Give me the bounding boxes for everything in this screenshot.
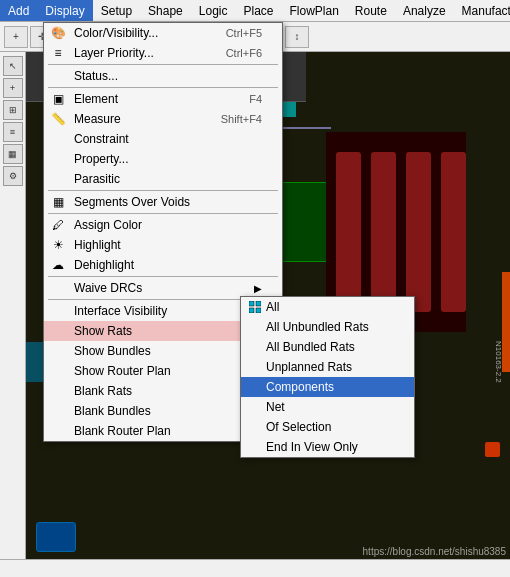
svg-rect-1 — [256, 301, 261, 306]
segments-icon: ▦ — [48, 195, 68, 209]
menubar-flowplan[interactable]: FlowPlan — [282, 0, 347, 21]
divider-1 — [48, 64, 278, 65]
assign-color-icon: 🖊 — [48, 218, 68, 232]
toolbar-btn-1[interactable]: + — [4, 26, 28, 48]
rats-all-grid-icon — [245, 301, 265, 313]
menu-segments-over-voids[interactable]: ▦ Segments Over Voids — [44, 192, 282, 212]
menu-waive-drcs[interactable]: Waive DRCs ▶ — [44, 278, 282, 298]
divider-2 — [48, 87, 278, 88]
menubar-analyze[interactable]: Analyze — [395, 0, 454, 21]
menu-parasitic[interactable]: Parasitic — [44, 169, 282, 189]
measure-icon: 📏 — [48, 112, 68, 126]
waive-drcs-arrow: ▶ — [254, 283, 262, 294]
menu-property[interactable]: Property... — [44, 149, 282, 169]
statusbar — [0, 559, 510, 577]
left-toolbar: ↖ + ⊞ ≡ ▦ ⚙ — [0, 52, 26, 577]
menubar-route[interactable]: Route — [347, 0, 395, 21]
menubar-add[interactable]: Add — [0, 0, 37, 21]
divider-4 — [48, 213, 278, 214]
rats-unplanned[interactable]: Unplanned Rats — [241, 357, 414, 377]
left-btn-4[interactable]: ≡ — [3, 122, 23, 142]
color-visibility-icon: 🎨 — [48, 26, 68, 40]
rats-all-unbundled[interactable]: All Unbundled Rats — [241, 317, 414, 337]
svg-rect-3 — [256, 308, 261, 313]
show-rats-submenu: All All Unbundled Rats All Bundled Rats … — [240, 296, 415, 458]
left-btn-5[interactable]: ▦ — [3, 144, 23, 164]
rats-all[interactable]: All — [241, 297, 414, 317]
menu-status[interactable]: Status... — [44, 66, 282, 86]
menubar-manufacture[interactable]: Manufactu... — [454, 0, 510, 21]
rats-net[interactable]: Net — [241, 397, 414, 417]
layer-priority-icon: ≡ — [48, 46, 68, 60]
menu-element[interactable]: ▣ Element F4 — [44, 89, 282, 109]
menu-measure[interactable]: 📏 Measure Shift+F4 — [44, 109, 282, 129]
svg-rect-0 — [249, 301, 254, 306]
menubar-shape[interactable]: Shape — [140, 0, 191, 21]
menu-constraint[interactable]: Constraint — [44, 129, 282, 149]
highlight-icon: ☀ — [48, 238, 68, 252]
rats-of-selection[interactable]: Of Selection — [241, 417, 414, 437]
divider-5 — [48, 276, 278, 277]
left-btn-pointer[interactable]: ↖ — [3, 56, 23, 76]
menu-color-visibility[interactable]: 🎨 Color/Visibility... Ctrl+F5 — [44, 23, 282, 43]
menubar-setup[interactable]: Setup — [93, 0, 140, 21]
toolbar-btn-11[interactable]: ↕ — [285, 26, 309, 48]
dehighlight-icon: ☁ — [48, 258, 68, 272]
menubar-logic[interactable]: Logic — [191, 0, 236, 21]
rats-end-in-view-only[interactable]: End In View Only — [241, 437, 414, 457]
divider-3 — [48, 190, 278, 191]
menubar-place[interactable]: Place — [235, 0, 281, 21]
rats-components[interactable]: Components — [241, 377, 414, 397]
left-btn-cross[interactable]: + — [3, 78, 23, 98]
left-btn-6[interactable]: ⚙ — [3, 166, 23, 186]
menu-dehighlight[interactable]: ☁ Dehighlight — [44, 255, 282, 275]
menubar: Add Display Setup Shape Logic Place Flow… — [0, 0, 510, 22]
menu-highlight[interactable]: ☀ Highlight — [44, 235, 282, 255]
menu-assign-color[interactable]: 🖊 Assign Color — [44, 215, 282, 235]
element-icon: ▣ — [48, 92, 68, 106]
left-btn-3[interactable]: ⊞ — [3, 100, 23, 120]
menu-layer-priority[interactable]: ≡ Layer Priority... Ctrl+F6 — [44, 43, 282, 63]
menubar-display[interactable]: Display — [37, 0, 92, 21]
svg-rect-2 — [249, 308, 254, 313]
rats-all-bundled[interactable]: All Bundled Rats — [241, 337, 414, 357]
